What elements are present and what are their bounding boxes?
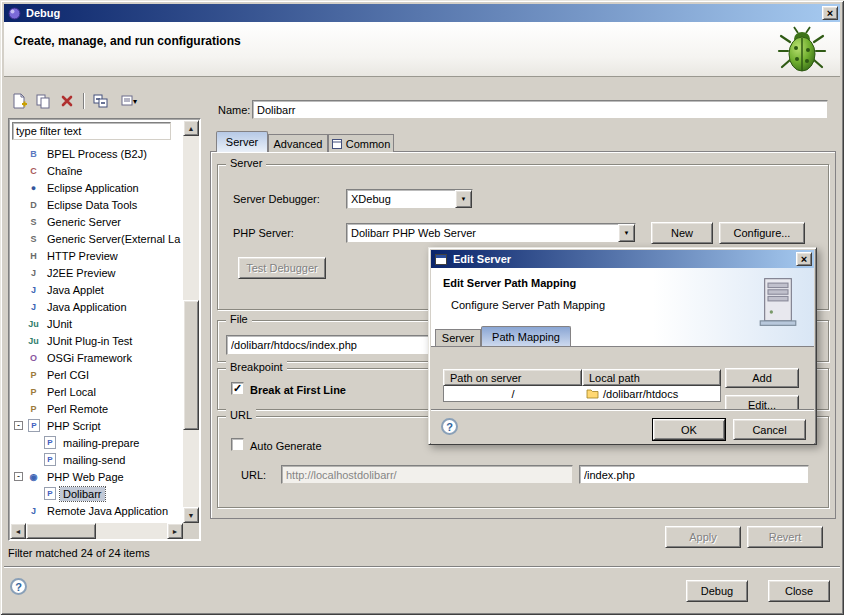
tab-server-label: Server <box>226 136 258 148</box>
dialog-titlebar[interactable]: Edit Server × <box>431 250 814 268</box>
tree-item[interactable]: ●Eclipse Application <box>11 179 182 196</box>
column-header-path-on-server[interactable]: Path on server <box>443 369 582 386</box>
url-base-input[interactable] <box>281 465 573 484</box>
url-path-input[interactable] <box>579 465 809 484</box>
tree-item[interactable]: -◉PHP Web Page <box>11 468 182 485</box>
collapse-all-icon[interactable] <box>90 91 112 111</box>
header-banner: Create, manage, and run configurations <box>4 22 840 77</box>
auto-generate-checkbox[interactable] <box>231 438 244 451</box>
tree-item[interactable]: JuJUnit <box>11 315 182 332</box>
horizontal-scroll-thumb[interactable] <box>26 523 96 539</box>
tree-item[interactable]: Pmailing-send <box>11 451 182 468</box>
filter-status: Filter matched 24 of 24 items <box>8 547 150 559</box>
php-script-icon: P <box>28 419 40 432</box>
dialog-heading: Edit Server Path Mapping <box>443 277 576 289</box>
tree-item[interactable]: JuJUnit Plug-in Test <box>11 332 182 349</box>
server-debugger-combo[interactable]: XDebug ▼ <box>346 189 473 209</box>
view-menu-icon[interactable]: ▾ <box>114 91 144 111</box>
php-file-icon: P <box>44 487 56 500</box>
dialog-button-bar: ? OK Cancel <box>431 409 814 444</box>
configuration-tree: BBPEL Process (B2J)CChaîne●Eclipse Appli… <box>11 145 182 522</box>
tree-item-label: J2EE Preview <box>44 266 118 280</box>
tree-item-label: Chaîne <box>44 164 85 178</box>
dialog-close-button[interactable]: × <box>796 252 812 266</box>
tree-item[interactable]: -PPHP Script <box>11 417 182 434</box>
vertical-scroll-thumb[interactable] <box>183 300 199 430</box>
tab-advanced[interactable]: Advanced <box>268 134 328 152</box>
http-preview-icon: H <box>26 249 41 263</box>
server-debugger-dropdown-icon[interactable]: ▼ <box>455 190 472 208</box>
name-input[interactable] <box>252 100 828 119</box>
tab-common[interactable]: Common <box>328 134 394 152</box>
path-mapping-row[interactable]: / /dolibarr/htdocs <box>443 386 721 402</box>
tree-item[interactable]: DEclipse Data Tools <box>11 196 182 213</box>
dialog-tab-server[interactable]: Server <box>435 329 481 346</box>
tree-item[interactable]: PPerl Local <box>11 383 182 400</box>
tree-item[interactable]: PPerl Remote <box>11 400 182 417</box>
collapse-expander-icon[interactable]: - <box>11 472 26 481</box>
tree-item[interactable]: CChaîne <box>11 162 182 179</box>
tree-vertical-scrollbar[interactable]: ▲ ▼ <box>183 120 199 523</box>
tree-item[interactable]: SGeneric Server(External La <box>11 230 182 247</box>
test-debugger-button[interactable]: Test Debugger <box>238 257 326 279</box>
java-application-icon: J <box>26 300 41 314</box>
php-server-combo[interactable]: Dolibarr PHP Web Server ▼ <box>346 223 636 243</box>
tree-item[interactable]: PDolibarr <box>11 485 182 502</box>
tree-item[interactable]: JJ2EE Preview <box>11 264 182 281</box>
tree-item[interactable]: Pmailing-prepare <box>11 434 182 451</box>
configure-server-button[interactable]: Configure... <box>719 222 805 244</box>
php-server-dropdown-icon[interactable]: ▼ <box>618 224 635 242</box>
dialog-subheading: Configure Server Path Mapping <box>451 299 605 311</box>
cancel-button[interactable]: Cancel <box>733 419 806 440</box>
dialog-help-icon[interactable]: ? <box>441 418 458 435</box>
sidebar-toolbar: ▾ <box>8 90 144 112</box>
new-server-button[interactable]: New <box>651 222 713 244</box>
apply-button[interactable]: Apply <box>665 526 741 548</box>
break-first-line-checkbox[interactable]: ✓ <box>231 382 244 395</box>
auto-generate-label: Auto Generate <box>250 440 322 452</box>
debug-button[interactable]: Debug <box>686 580 748 602</box>
scroll-left-icon[interactable]: ◄ <box>10 523 26 539</box>
tree-item[interactable]: HHTTP Preview <box>11 247 182 264</box>
tree-item[interactable]: PPerl CGI <box>11 366 182 383</box>
tree-item-label: mailing-send <box>60 453 128 467</box>
tree-item[interactable]: BBPEL Process (B2J) <box>11 145 182 162</box>
eclipse-data-tools-icon: D <box>26 198 41 212</box>
menu-dropdown-arrow-icon[interactable]: ▾ <box>133 97 137 106</box>
new-configuration-icon[interactable] <box>8 91 30 111</box>
tree-item[interactable]: SGeneric Server <box>11 213 182 230</box>
scroll-right-icon[interactable]: ► <box>167 523 183 539</box>
tree-item[interactable]: JRemote Java Application <box>11 502 182 519</box>
file-group-legend: File <box>226 313 252 325</box>
tree-item-label: JUnit <box>44 317 75 331</box>
tab-server[interactable]: Server <box>216 131 268 152</box>
window-titlebar[interactable]: Debug × <box>4 4 840 22</box>
tree-item-label: Dolibarr <box>60 487 105 501</box>
edit-server-dialog: Edit Server × Edit Server Path Mapping C… <box>428 247 817 445</box>
add-mapping-button[interactable]: Add <box>725 368 799 388</box>
tree-item-label: Generic Server <box>44 215 124 229</box>
collapse-expander-icon[interactable]: - <box>11 421 26 430</box>
tree-item[interactable]: OOSGi Framework <box>11 349 182 366</box>
server-debugger-label: Server Debugger: <box>233 193 320 205</box>
filter-input[interactable] <box>12 122 171 140</box>
tree-horizontal-scrollbar[interactable]: ◄ ► <box>10 523 183 539</box>
window-close-button[interactable]: × <box>822 6 838 20</box>
close-button[interactable]: Close <box>768 580 830 602</box>
tree-item[interactable]: JJava Applet <box>11 281 182 298</box>
scroll-down-icon[interactable]: ▼ <box>183 507 199 523</box>
tree-item[interactable]: JJava Application <box>11 298 182 315</box>
delete-configuration-icon[interactable] <box>56 91 78 111</box>
revert-button[interactable]: Revert <box>747 526 823 548</box>
help-icon[interactable]: ? <box>10 578 27 595</box>
generic-server-external-icon: S <box>26 232 41 246</box>
scroll-up-icon[interactable]: ▲ <box>183 120 199 136</box>
tree-item-label: mailing-prepare <box>60 436 142 450</box>
ok-button[interactable]: OK <box>653 419 725 440</box>
local-path-cell: /dolibarr/htdocs <box>582 386 720 401</box>
generic-server-icon: S <box>26 215 41 229</box>
column-header-local-path[interactable]: Local path <box>582 369 721 386</box>
dialog-tab-path-mapping-label: Path Mapping <box>492 331 560 343</box>
duplicate-configuration-icon[interactable] <box>32 91 54 111</box>
dialog-tab-path-mapping[interactable]: Path Mapping <box>481 326 571 346</box>
